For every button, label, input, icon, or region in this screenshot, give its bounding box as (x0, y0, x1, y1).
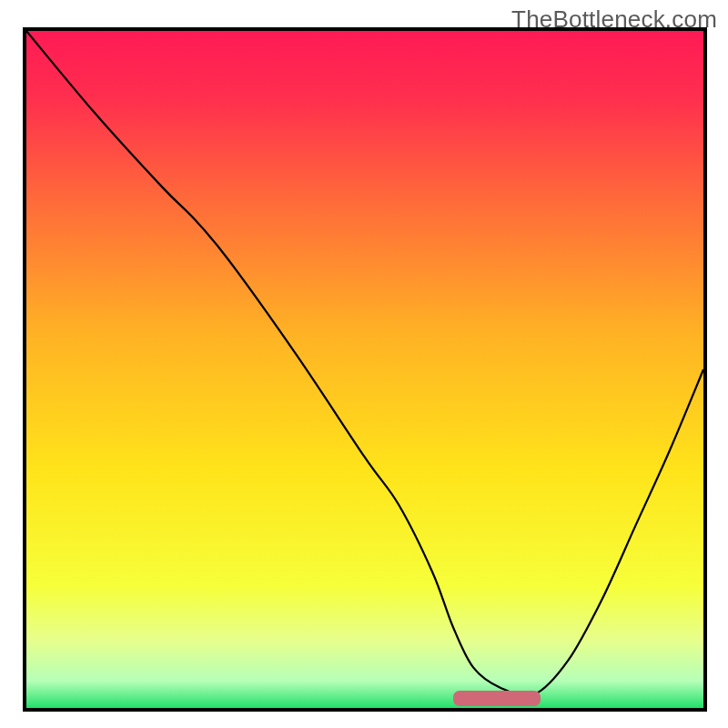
bottleneck-curve (26, 31, 703, 708)
chart-frame: TheBottleneck.com (0, 0, 728, 728)
plot-area (23, 27, 707, 712)
optimal-range-marker (453, 691, 541, 705)
